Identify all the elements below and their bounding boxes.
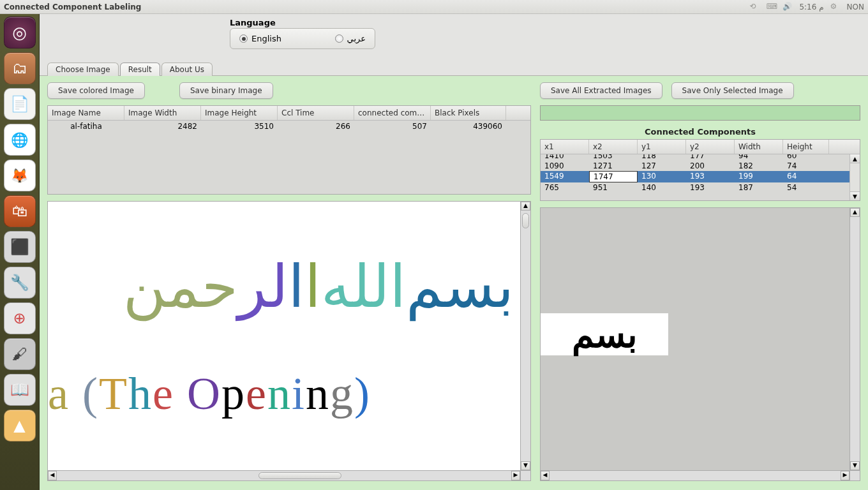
launcher-sysmon[interactable]: ⊕ [4,302,36,334]
language-selector: English عربي [230,28,375,49]
launcher-gimp[interactable]: 🖌 [4,338,36,370]
cc-cell: 765 [541,182,589,193]
launcher-writer[interactable]: 📄 [4,88,36,120]
scroll-up-icon[interactable]: ▲ [521,202,530,211]
info-header[interactable]: Image Name [48,106,124,120]
result-content: Save colored Image Save binary Image Ima… [40,76,868,490]
info-header[interactable]: Black Pixels [431,106,506,120]
cc-cell: 1549 [541,171,589,182]
cc-header[interactable]: x2 [589,140,638,154]
cc-cell: 199 [735,171,783,182]
cc-cell: 1503 [589,154,638,161]
scroll-right-icon[interactable]: ▶ [841,471,849,480]
colored-image-canvas[interactable]: بسم الله ا ا لر حمن a (The Opening) [48,202,520,470]
window-title: Connected Component Labeling [4,3,141,11]
scroll-thumb[interactable] [258,472,341,479]
info-cell: 507 [354,121,431,132]
cc-cell: 64 [783,171,829,182]
user-indicator[interactable]: NON [847,3,864,11]
launcher-vlc[interactable]: ▲ [4,410,36,442]
component-viewer: بسم ▲ ▼ ◀ ▶ [540,207,860,481]
component-canvas[interactable]: بسم [541,208,849,470]
cc-title-box [540,105,860,121]
cc-cell: 94 [735,154,783,161]
scroll-left-icon[interactable]: ◀ [541,471,550,480]
launcher-software[interactable]: 🛍 [4,195,36,227]
info-header[interactable]: Image Width [124,106,201,120]
scroll-left-icon[interactable]: ◀ [48,471,57,480]
scroll-corner [849,470,860,480]
cc-row[interactable]: 76595114019318754 [541,182,860,193]
cc-header[interactable]: Height [783,140,829,154]
cc-cell: 1747 [589,171,638,182]
save-binary-button[interactable]: Save binary Image [179,82,273,99]
cc-cell: 74 [783,161,829,171]
tab-choose-image[interactable]: Choose Image [47,63,119,76]
unity-launcher: ◎ 🗂 📄 🌐 🦊 🛍 ⬛ 🔧 ⊕ 🖌 📖 ▲ [0,14,40,490]
launcher-dictionary[interactable]: 📖 [4,374,36,406]
save-selected-button[interactable]: Save Only Selected Image [671,82,794,99]
launcher-files[interactable]: 🗂 [4,52,36,84]
cc-row[interactable]: 141015031181779460 [541,154,860,161]
cc-cell: 1410 [541,154,589,161]
latin-text-render: a (The Opening) [48,368,371,420]
tab-result[interactable]: Result [120,63,160,76]
gear-icon[interactable]: ⚙ [830,2,841,12]
cc-cell: 1271 [589,161,638,171]
cc-header[interactable]: y1 [638,140,686,154]
extracted-component: بسم [541,313,668,355]
launcher-chrome[interactable]: 🌐 [4,124,36,156]
radio-arabic[interactable]: عربي [335,34,366,43]
cone-icon: ▲ [13,417,25,434]
cc-cell: 130 [638,171,686,182]
info-header[interactable]: connected com… [354,106,431,120]
cc-cell: 951 [589,182,638,193]
scroll-thumb[interactable] [522,213,529,228]
scroll-down-icon[interactable]: ▼ [850,461,860,470]
cc-header[interactable]: y2 [686,140,735,154]
info-cell: 3510 [201,121,278,132]
cc-cell: 1090 [541,161,589,171]
info-header[interactable]: Ccl Time [278,106,354,120]
info-header[interactable]: Image Height [201,106,278,120]
scroll-up-icon[interactable]: ▲ [850,154,860,163]
scroll-down-icon[interactable]: ▼ [521,461,530,470]
sync-icon[interactable]: ⟲ [749,2,760,12]
vertical-scrollbar[interactable]: ▲ ▼ [520,202,530,470]
scroll-right-icon[interactable]: ▶ [511,471,520,480]
launcher-dash[interactable]: ◎ [4,17,36,48]
info-cell: al-fatiha [48,121,124,132]
cc-header[interactable]: Width [735,140,783,154]
radio-english[interactable]: English [239,34,281,43]
cc-cell: 118 [638,154,686,161]
save-colored-button[interactable]: Save colored Image [47,82,145,99]
cc-cell: 200 [686,161,735,171]
cc-row[interactable]: 1549174713019319964 [541,171,860,182]
save-all-button[interactable]: Save All Extracted Images [540,82,662,99]
cc-cell: 187 [735,182,783,193]
tab-about-us[interactable]: About Us [161,63,213,76]
book-icon: 📖 [10,381,29,399]
volume-icon[interactable]: 🔊 [782,2,793,12]
clock[interactable]: 5:16 م [799,3,823,11]
scroll-corner [520,470,530,480]
vertical-scrollbar[interactable]: ▲ ▼ [849,208,860,470]
scroll-up-icon[interactable]: ▲ [850,208,860,217]
launcher-firefox[interactable]: 🦊 [4,160,36,191]
cc-row[interactable]: 1090127112720018274 [541,161,860,171]
keyboard-icon[interactable]: ⌨ [766,2,776,12]
cc-header[interactable]: x1 [541,140,589,154]
language-label: Language [230,18,276,27]
launcher-virtualbox[interactable]: ⬛ [4,231,36,263]
horizontal-scrollbar[interactable]: ◀ ▶ [48,470,520,480]
scroll-down-icon[interactable]: ▼ [850,191,860,200]
cc-cell: 177 [686,154,735,161]
image-info-table: Image NameImage WidthImage HeightCcl Tim… [47,105,531,195]
cc-scrollbar[interactable]: ▲ ▼ [849,154,860,200]
launcher-settings[interactable]: 🔧 [4,267,36,299]
radio-dot-icon [335,34,343,43]
cc-cell: 127 [638,161,686,171]
cc-cell: 193 [686,171,735,182]
horizontal-scrollbar[interactable]: ◀ ▶ [541,470,849,480]
target-icon: ⊕ [13,309,26,327]
